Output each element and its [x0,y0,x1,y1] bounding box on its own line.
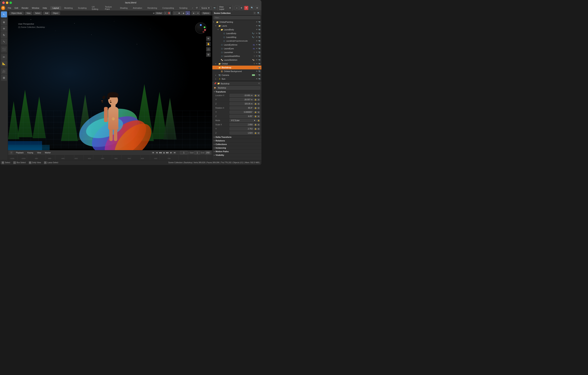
tree-item-laura-head-hi[interactable]: ⬡ LauraHeadHiRes ▽ 👁 📷 [212,54,262,58]
eye-visible[interactable]: 👁 [255,28,258,31]
view-layer-selector[interactable]: View Layer ▼ [218,5,233,11]
scale-y-value[interactable]: 2.753 [230,127,254,131]
eye-visible[interactable]: 👁 [255,59,258,61]
rotation-z-value[interactable]: 6.05° [230,115,254,118]
cam-render[interactable]: 📷 [258,66,261,69]
playback-menu[interactable]: Playback [15,152,25,154]
cam-render[interactable]: 📷 [258,24,261,27]
tab-scripting[interactable]: Scripting [177,6,190,10]
collections-header[interactable]: ▸ Collections [212,143,262,146]
navigation-gizmo[interactable]: Y X Z [195,22,207,34]
eye-visible[interactable]: 👁 [255,62,258,65]
marker-menu[interactable]: Marker [44,152,52,154]
cam-render[interactable]: 📷 [258,28,261,31]
tree-item-laura-wing[interactable]: ⬡ LauraWing 🔧▽ 👁 📷 [212,35,262,39]
rotation-mode-dropdown[interactable]: XYZ Euler ▼ [230,119,257,122]
scale-z-lock[interactable]: 🔒 [254,132,257,134]
props-pin-icon[interactable]: 📌 [214,82,217,85]
rotate-tool[interactable]: ↻ [1,32,7,38]
location-x-lock[interactable]: 🔒 [254,94,257,97]
eye-visible[interactable]: 👁 [255,36,258,38]
delta-transform-header[interactable]: ▸ Delta Transform [212,135,262,139]
scale-x-value[interactable]: 2.858 [230,123,254,126]
view-menu[interactable]: View [36,152,42,154]
tree-item-orbital-background[interactable]: 🖼 Orbital Background 👁 📷 [212,69,262,73]
jump-end-button[interactable]: ⏭ [173,151,176,154]
rotation-y-lock[interactable]: 🔒 [254,111,257,114]
copy-scene-button[interactable]: ⊕ [240,6,244,10]
location-z-value[interactable]: 325.05 m [230,102,254,105]
start-frame-input[interactable] [194,151,200,154]
timeline-type-icon[interactable]: ⏱ [10,151,13,154]
view-menu[interactable]: View [25,11,32,15]
tree-item-laura-eyebrow[interactable]: ⬡ LauraEyebrow V₂ 👁 📷 [212,43,262,47]
eye-visible[interactable]: 👁 [255,51,258,54]
transform-tool[interactable]: ⬛ [1,46,7,52]
current-frame-input[interactable] [180,151,188,154]
tree-item-camera[interactable]: ▸ 📷 Camera 👁 📷 [212,73,262,77]
location-z-key[interactable]: ◆ [257,103,260,105]
play-reverse-button[interactable]: ◀◀ [159,151,162,154]
menu-file[interactable]: File [6,6,13,10]
object-menu[interactable]: Object [51,11,60,15]
location-x-value[interactable]: -10.691 m [230,94,254,97]
tree-item-laura-body-mesh[interactable]: ⬡ LauraBody 🔧▽ 👁 📷 [212,32,262,35]
add-workspace-button[interactable]: + [190,6,195,10]
close-button[interactable] [2,1,5,4]
location-y-lock[interactable]: 🔒 [254,99,257,101]
cam-render[interactable]: 📷 [258,70,261,73]
visibility-header[interactable]: ▸ Visibility [212,153,262,157]
scale-z-key[interactable]: ◆ [257,132,260,134]
tree-item-laura-body-prop[interactable]: ⬡ LauraBodyProportionsGuide 👁 📷 [212,39,262,43]
cam-render[interactable]: 📷 [258,55,261,57]
scale-y-key[interactable]: ◆ [257,128,260,130]
scale-z-value[interactable]: 1.824 [230,131,254,135]
eye-visible[interactable]: 👁 [255,32,258,35]
tab-shading[interactable]: Shading [118,6,130,10]
eye-visible[interactable]: 👁 [255,77,258,80]
rotation-z-key[interactable]: ◆ [257,115,260,118]
annotate-tool[interactable]: ✏ [1,54,7,60]
wireframe-shading[interactable]: ⬡ [173,11,177,15]
cam-render[interactable]: 📷 [258,51,261,54]
camera-icon[interactable]: 🎥 [206,47,211,52]
outliner-search-input[interactable] [213,16,260,19]
tab-modeling[interactable]: Modeling [62,6,75,10]
grid-tool[interactable]: ⊞ [1,75,7,81]
relations-header[interactable]: ▸ Relations [212,139,262,142]
rendered-shading[interactable]: ● [186,11,190,15]
delete-scene-button[interactable]: ✕ [244,6,248,10]
solid-shading[interactable]: ⬢ [177,11,181,15]
scale-y-lock[interactable]: 🔒 [254,128,257,130]
scale-tool[interactable]: ⤡ [1,38,7,44]
eye-visible[interactable]: 👁 [255,66,258,69]
tab-texture-paint[interactable]: Texture Paint [103,5,117,11]
menu-help[interactable]: Help [41,6,49,10]
view-layer-icon[interactable]: 📷 [213,6,216,10]
hand-tool-icon[interactable]: ✋ [206,42,211,46]
mode-lock[interactable]: 🔒 [257,119,260,122]
move-tool[interactable]: ✛ [1,26,7,32]
stop-button[interactable]: ■ [162,151,165,154]
scale-x-key[interactable]: ◆ [257,123,260,126]
end-frame-input[interactable] [205,151,211,154]
tree-item-backdrop[interactable]: ▾ 📁 Backdrop 👁 📷 [212,66,262,69]
transform-orientation[interactable]: Global [155,12,163,15]
menu-window[interactable]: Window [30,6,41,10]
measure-tool[interactable]: 📐 [1,60,7,66]
rotation-x-value[interactable]: 85.8° [230,106,254,110]
search-button[interactable]: 🔍 [250,6,254,10]
eye-visible[interactable]: 👁 [255,40,258,42]
cam-render[interactable]: 📷 [258,77,261,80]
tab-compositing[interactable]: Compositing [160,6,176,10]
scene-selector[interactable]: Scene ▼ [200,6,212,10]
menu-edit[interactable]: Edit [13,6,20,10]
transform-header[interactable]: ▾ Transform [212,90,262,93]
filter-button[interactable]: ⊟ [255,6,259,10]
material-shading[interactable]: ◉ [181,11,186,15]
new-scene-button[interactable]: + [235,6,239,10]
rotation-x-key[interactable]: ◆ [257,107,260,109]
eye-visible[interactable]: 👁 [255,44,258,46]
location-y-value[interactable]: -26.557 m [230,98,254,101]
camera-perspective-icon[interactable]: 👁 [206,36,211,41]
